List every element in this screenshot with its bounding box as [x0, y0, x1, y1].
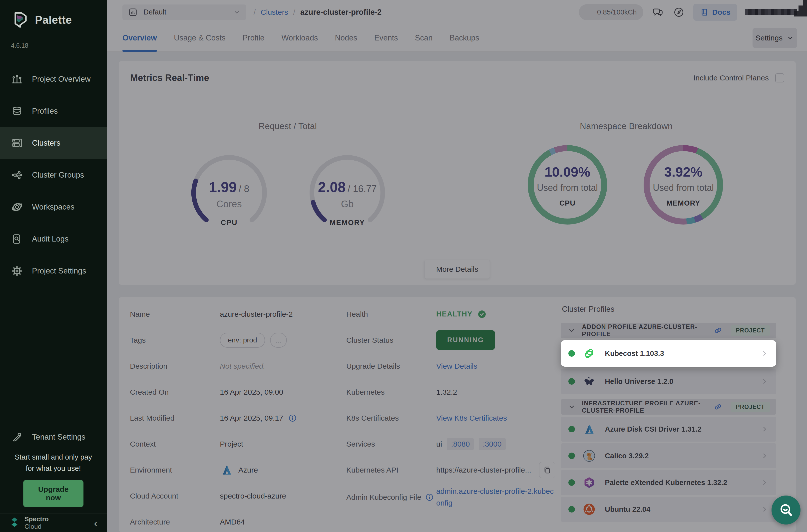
tab-workloads[interactable]: Workloads	[282, 24, 318, 52]
sidebar-item-cluster-groups[interactable]: Cluster Groups	[0, 159, 107, 191]
include-control-planes-checkbox[interactable]	[775, 73, 784, 82]
profile-layer-hello-universe-1-2-0[interactable]: Hello Universe 1.2.0	[561, 369, 776, 394]
service-port-link[interactable]: :3000	[479, 438, 505, 450]
detail-row-cluster-status: Cluster StatusRUNNING	[346, 327, 561, 353]
check-circle-icon	[477, 310, 486, 319]
detail-label: Last Modified	[130, 414, 220, 422]
chat-icon[interactable]	[651, 6, 664, 19]
detail-value: 16 Apr 2025, 09:17	[220, 414, 297, 422]
compass-icon[interactable]	[672, 6, 685, 19]
namespace-cpu-pct: 10.09%	[528, 164, 607, 179]
detail-row-k8s-certificates: K8s CertificatesView K8s Certificates	[346, 405, 561, 431]
book-icon	[700, 8, 709, 17]
copy-button[interactable]	[539, 462, 555, 478]
settings-button[interactable]: Settings	[753, 28, 797, 48]
detail-label: Cloud Account	[130, 492, 220, 500]
detail-value: View K8s Certificates	[436, 414, 507, 422]
metrics-header: Metrics Real-Time Include Control Planes	[119, 61, 796, 95]
cluster-profiles-list: ADDON PROFILE AZURE-CLUSTER-PROFILEPROJE…	[561, 323, 776, 522]
detail-value-muted: Not specified.	[220, 362, 265, 370]
detail-value: env: prod...	[220, 333, 287, 348]
tab-usage-costs[interactable]: Usage & Costs	[174, 24, 226, 52]
detail-link[interactable]: View Details	[436, 362, 477, 370]
detail-value-text: Project	[220, 440, 243, 448]
info-icon[interactable]	[425, 493, 434, 501]
sidebar-item-project-settings[interactable]: Project Settings	[0, 255, 107, 287]
memory-request-value: 2.08	[318, 179, 345, 195]
detail-value: RUNNING	[436, 330, 495, 350]
namespace-cpu-label: CPU	[528, 199, 607, 207]
profile-layer-calico-3-29-2[interactable]: Calico 3.29.2	[561, 443, 776, 468]
bar-chart-icon	[11, 73, 23, 85]
sidebar-item-profiles[interactable]: Profiles	[0, 95, 107, 127]
tab-profile[interactable]: Profile	[243, 24, 265, 52]
profile-layer-name: Hello Universe 1.2.0	[605, 377, 673, 386]
tab-backups[interactable]: Backups	[449, 24, 479, 52]
cpu-unit: Cores	[190, 199, 268, 210]
detail-row-last-modified: Last Modified16 Apr 2025, 09:17	[130, 405, 341, 431]
sidebar-item-audit-logs[interactable]: Audit Logs	[0, 223, 107, 255]
sidebar: Palette 4.6.18 Project OverviewProfilesC…	[0, 0, 107, 532]
tools-icon	[11, 431, 23, 443]
namespace-cpu-text: 10.09% Used from total CPU	[528, 164, 607, 207]
detail-label: Environment	[130, 466, 220, 474]
upgrade-now-button[interactable]: Upgrade now	[23, 480, 84, 507]
profile-group-name: INFRASTRUCTURE PROFILE AZURE-CLUSTER-PRO…	[582, 400, 707, 414]
detail-label-text: Description	[130, 362, 167, 370]
hello-universe-icon	[582, 375, 596, 388]
sidebar-item-label: Audit Logs	[32, 234, 69, 244]
layers-icon	[11, 105, 23, 117]
project-selector-value: Default	[144, 8, 166, 16]
docs-button[interactable]: Docs	[693, 4, 737, 21]
redacted-username	[745, 9, 797, 15]
detail-value: View Details	[436, 362, 477, 370]
detail-label: Architecture	[130, 518, 220, 526]
detail-value: spectro-cloud-azure	[220, 492, 286, 500]
project-selector[interactable]: Default	[123, 4, 246, 20]
sidebar-item-workspaces[interactable]: Workspaces	[0, 191, 107, 223]
detail-link[interactable]: View K8s Certificates	[436, 414, 507, 422]
more-details-button[interactable]: More Details	[425, 260, 490, 279]
status-dot	[568, 426, 575, 432]
tab-events[interactable]: Events	[374, 24, 398, 52]
detail-row-upgrade-details: Upgrade DetailsView Details	[346, 353, 561, 379]
sidebar-item-label: Tenant Settings	[32, 433, 86, 442]
calico-icon	[582, 449, 596, 462]
chevron-right-icon	[760, 425, 769, 433]
sidebar-item-clusters[interactable]: Clusters	[0, 127, 107, 159]
sidebar-footer: Spectro Cloud ‹	[0, 514, 107, 532]
profile-layer-palette-extended-kubernetes-1-32-2[interactable]: Palette eXtended Kubernetes 1.32.2	[561, 470, 776, 495]
detail-row-tags: Tagsenv: prod...	[130, 327, 341, 353]
profile-layer-ubuntu-22-04[interactable]: Ubuntu 22.04	[561, 497, 776, 522]
detail-label-text: Kubernetes	[346, 388, 384, 396]
profile-layer-kubecost-1-103-3[interactable]: Kubecost 1.103.3	[561, 340, 776, 367]
detail-value: AMD64	[220, 518, 245, 526]
support-search-fab[interactable]	[771, 496, 801, 525]
status-dot	[568, 506, 575, 513]
service-name: ui	[436, 440, 442, 448]
chevron-down-icon	[233, 8, 241, 16]
profile-layer-azure-disk-csi-driver-1-31-2[interactable]: Azure Disk CSI Driver 1.31.2	[561, 417, 776, 442]
palette-logo-icon	[11, 11, 29, 29]
profile-group-header-addon-profile-azure-cluster-profile[interactable]: ADDON PROFILE AZURE-CLUSTER-PROFILEPROJE…	[561, 323, 776, 338]
sidebar-item-tenant-settings[interactable]: Tenant Settings	[0, 421, 107, 453]
collapse-sidebar-icon[interactable]: ‹	[94, 517, 98, 529]
tag-pill[interactable]: env: prod	[220, 333, 265, 348]
sidebar-item-project-overview[interactable]: Project Overview	[0, 63, 107, 95]
info-icon[interactable]	[288, 414, 297, 422]
details-left-column: Nameazure-cluster-profile-2Tagsenv: prod…	[130, 301, 341, 532]
detail-label-text: Last Modified	[130, 414, 174, 422]
kubecost-icon	[582, 347, 596, 360]
tag-pill[interactable]: ...	[270, 333, 287, 348]
profile-group-header-infrastructure-profile-azure-cluster-profile[interactable]: INFRASTRUCTURE PROFILE AZURE-CLUSTER-PRO…	[561, 399, 776, 415]
tab-scan[interactable]: Scan	[415, 24, 433, 52]
detail-row-name: Nameazure-cluster-profile-2	[130, 301, 341, 327]
breadcrumb-clusters-link[interactable]: Clusters	[261, 8, 288, 17]
service-port-link[interactable]: :8080	[447, 438, 474, 450]
settings-label: Settings	[755, 34, 783, 42]
detail-value-text: AMD64	[220, 518, 245, 526]
tab-overview[interactable]: Overview	[123, 24, 157, 52]
profile-layer-name: Kubecost 1.103.3	[605, 349, 664, 358]
kubeconfig-file-link[interactable]: admin.azure-cluster-profile-2.kubeconfig	[436, 486, 556, 509]
tab-nodes[interactable]: Nodes	[335, 24, 357, 52]
